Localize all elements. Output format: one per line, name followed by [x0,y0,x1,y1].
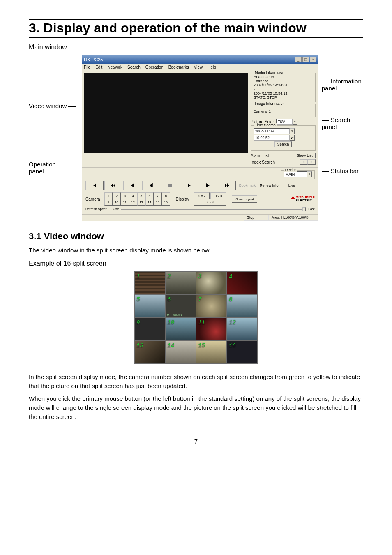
main-window-label: Main window [29,44,363,51]
media-info-line: STATE: STOP [254,95,313,99]
split-cell: 1 [134,272,165,295]
media-info-line: - [254,87,313,91]
time-stepper[interactable]: ▴▾ [290,135,295,141]
stop-button[interactable] [161,181,179,190]
window-title: DX-PC25 [84,57,294,62]
date-input[interactable]: 2004/11/09 [254,128,290,134]
camera-btn-10[interactable]: 10 [113,199,121,206]
rule-bottom [29,37,363,38]
display-2x2-button[interactable]: 2 x 2 [194,192,210,199]
menu-file[interactable]: FFileile [84,65,90,69]
index-prev-button[interactable]: < [300,159,307,165]
split-cell: 5 [134,295,165,318]
camera-btn-7[interactable]: 7 [154,192,162,199]
rewind-button[interactable] [104,181,122,190]
bookmark-button[interactable]: Bookmark [237,181,258,190]
menu-search[interactable]: Search [127,65,141,69]
menu-edit[interactable]: Edit [95,65,102,69]
display-4x4-button[interactable]: 4 x 4 [194,199,226,206]
menu-help[interactable]: Help [208,65,216,69]
split-cell: 16 [227,341,258,364]
device-legend: Device [284,168,298,172]
split-cell: 15 [196,341,227,364]
play-button[interactable] [199,181,217,190]
section-title: 3.1 Video window [29,231,363,242]
chapter-title: 3. Display and operation of the main win… [29,21,363,36]
split-cell: 2 [165,272,196,295]
step-fwd-button[interactable] [180,181,198,190]
media-info-line: Entrance [254,79,313,83]
camera-btn-9[interactable]: 9 [104,199,113,206]
media-info-legend: Media Information [254,70,286,74]
camera-btn-14[interactable]: 14 [145,199,154,206]
label-info-panel: Information panel [322,78,363,92]
label-video-window: Video window [29,102,82,109]
alarm-list-label: Alarm List [251,153,269,158]
titlebar[interactable]: DX-PC25 _ □ × [82,56,318,64]
menu-bookmarks[interactable]: Bookmarks [168,65,189,69]
status-right: Area: H:100% V:100% [269,215,318,221]
camera-btn-8[interactable]: 8 [162,192,170,199]
status-bar: Stop Area: H:100% V:100% [82,214,318,221]
refresh-speed-slider[interactable] [121,209,306,210]
split16-example: 1 2 3 4 5 6静止 白糸の滝 - 7 8 9 10 11 12 13 1… [134,271,258,364]
camera-label: Camera: 1 [254,109,313,113]
index-next-button[interactable]: > [307,159,315,165]
menu-operation[interactable]: Operation [145,65,164,69]
camera-btn-16[interactable]: 16 [162,199,170,206]
media-info-line: 2004/11/05 15:54:12 [254,91,313,95]
step-back-button[interactable] [142,181,160,190]
image-info-legend: Image Information [254,102,286,106]
camera-btn-4[interactable]: 4 [129,192,137,199]
index-search-label: Index Search [251,160,275,164]
media-info-line: Headquarter [254,75,313,79]
skip-back-button[interactable] [85,181,104,190]
page-number: – 7 – [29,438,363,445]
picture-size-input[interactable]: 76% [276,119,293,125]
minimize-button[interactable]: _ [295,57,302,62]
svg-rect-0 [168,184,172,187]
device-dropdown[interactable]: ▾ [307,171,312,177]
menu-view[interactable]: View [194,65,203,69]
time-input[interactable]: 10:09:52 [254,135,290,141]
device-group: Device MAIN▾ [281,170,315,179]
play-back-button[interactable] [123,181,141,190]
camera-btn-11[interactable]: 11 [121,199,129,206]
maximize-button[interactable]: □ [302,57,309,62]
media-info-group: Media Information Headquarter Entrance 2… [251,73,316,102]
time-search-group: Time Search 2004/11/09▾ 10:09:52▴▾ Searc… [251,125,316,151]
status-left: Stop [244,215,269,221]
camera-btn-13[interactable]: 13 [137,199,145,206]
camera-btn-2[interactable]: 2 [113,192,121,199]
renew-info-button[interactable]: Renew Info. [259,181,280,190]
display-group-label: Display [176,197,189,201]
label-operation-panel: Operation panel [29,161,82,175]
split-cell: 6静止 白糸の滝 - [165,295,196,318]
close-button[interactable]: × [310,57,316,62]
picture-size-dropdown[interactable]: ▾ [293,119,297,125]
split-cell: 9 [134,318,165,341]
split-cell: 10 [165,318,196,341]
camera-btn-15[interactable]: 15 [154,199,162,206]
video-area[interactable] [84,73,248,153]
split-cell: 4 [227,272,258,295]
device-select[interactable]: MAIN [284,171,307,177]
mitsubishi-logo: MITSUBISHI ELECTRIC [291,196,315,202]
camera-btn-5[interactable]: 5 [137,192,145,199]
camera-btn-12[interactable]: 12 [129,199,137,206]
show-list-button[interactable]: Show List [294,153,316,158]
ffwd-button[interactable] [218,181,236,190]
main-window-diagram: Video window Operation panel DX-PC25 _ □… [29,55,363,221]
paragraph-2: When you click the primary mouse button … [29,394,363,421]
search-button[interactable]: Search [274,141,292,147]
date-dropdown[interactable]: ▾ [290,128,295,134]
time-search-legend: Time Search [254,123,277,127]
camera-btn-6[interactable]: 6 [145,192,154,199]
split-cell: 12 [227,318,258,341]
camera-btn-1[interactable]: 1 [104,192,113,199]
camera-btn-3[interactable]: 3 [121,192,129,199]
menu-network[interactable]: Network [107,65,122,69]
live-button[interactable]: Live [281,181,302,190]
save-layout-button[interactable]: Save Layout [232,195,257,203]
display-3x3-button[interactable]: 3 x 3 [210,192,226,199]
